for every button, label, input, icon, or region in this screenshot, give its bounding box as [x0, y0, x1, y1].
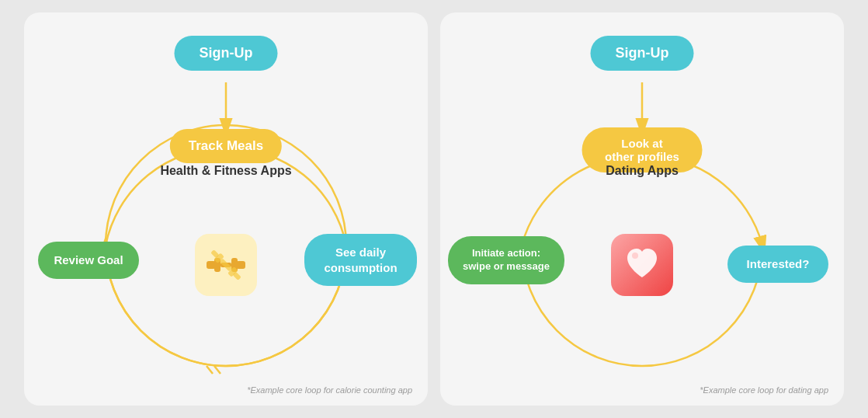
fitness-footnote: *Example core loop for calorie counting … — [247, 385, 412, 395]
dating-signup-bubble: Sign-Up — [591, 36, 694, 71]
main-container: Sign-Up Track Meals Health & Fitness App… — [12, 0, 856, 418]
svg-line-6 — [207, 366, 213, 374]
fitness-app-icon — [195, 234, 257, 296]
fitness-title: Health & Fitness Apps — [160, 164, 291, 178]
fitness-card: Sign-Up Track Meals Health & Fitness App… — [24, 12, 428, 406]
svg-line-7 — [214, 366, 220, 374]
fitness-signup-bubble: Sign-Up — [175, 36, 278, 71]
initiate-action-bubble: Initiate action:swipe or message — [448, 236, 564, 284]
review-goal-bubble: Review Goal — [38, 242, 139, 279]
review-goal-label: Review Goal — [54, 253, 123, 266]
interested-label: Interested? — [747, 257, 810, 270]
dating-footnote: *Example core loop for dating app — [700, 385, 828, 395]
fitness-signup-label: Sign-Up — [200, 45, 253, 61]
dating-card: Sign-Up Look atother profiles Dating App… — [440, 12, 844, 406]
track-meals-label: Track Meals — [189, 138, 263, 153]
dating-title: Dating Apps — [606, 164, 679, 178]
interested-bubble: Interested? — [727, 246, 828, 283]
dating-app-icon — [611, 234, 673, 296]
dating-signup-label: Sign-Up — [616, 45, 669, 61]
look-at-profiles-label: Look atother profiles — [605, 137, 679, 163]
track-meals-bubble: Track Meals — [170, 129, 282, 163]
see-daily-label: See daily consumption — [324, 246, 397, 274]
see-daily-consumption-bubble: See daily consumption — [304, 234, 417, 286]
initiate-action-label: Initiate action:swipe or message — [463, 247, 550, 272]
dating-circle-diagram — [440, 12, 844, 406]
svg-point-23 — [632, 253, 638, 259]
fitness-circle-diagram — [24, 12, 428, 406]
